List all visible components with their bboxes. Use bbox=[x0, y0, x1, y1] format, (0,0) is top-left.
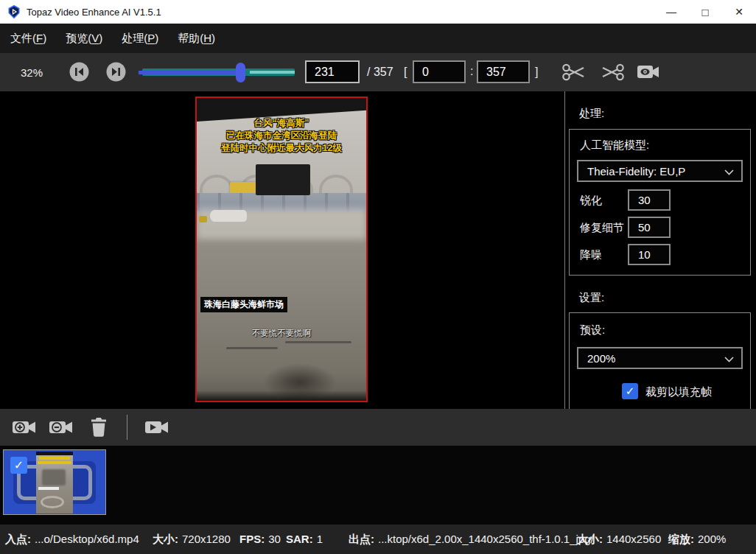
title-bar: Topaz Video Enhance AI V1.5.1 — □ ✕ bbox=[0, 0, 756, 24]
menu-text: 帮助( bbox=[178, 32, 203, 44]
fps-label: FPS: bbox=[239, 533, 265, 545]
output-size-label: 大小: bbox=[577, 533, 603, 545]
app-window: Topaz Video Enhance AI V1.5.1 — □ ✕ 文件(F… bbox=[0, 0, 756, 554]
denoise-input[interactable] bbox=[628, 244, 671, 265]
preview-camera-eye-icon[interactable] bbox=[637, 63, 660, 81]
subtitle-text: 不要慌不要慌啊 bbox=[197, 328, 366, 339]
film-perforation bbox=[22, 480, 27, 485]
video-thumbnail-tile[interactable]: ✓ bbox=[3, 449, 106, 515]
close-button[interactable]: ✕ bbox=[722, 0, 756, 24]
denoise-label: 降噪 bbox=[580, 248, 602, 262]
submerged-car bbox=[210, 210, 247, 222]
overlay-line: 已在珠海市金湾区沿海登陆 bbox=[197, 130, 366, 142]
menu-item-help[interactable]: 帮助(H) bbox=[178, 32, 215, 46]
menu-item-file[interactable]: 文件(F) bbox=[10, 32, 46, 46]
crop-checkbox-label: 裁剪以填充帧 bbox=[645, 385, 712, 399]
trim-start-scissors-icon[interactable] bbox=[561, 63, 588, 82]
slider-handle[interactable] bbox=[236, 63, 245, 83]
input-size-value: 720x1280 bbox=[182, 533, 231, 545]
window-controls: — □ ✕ bbox=[654, 0, 756, 24]
mini-caption-line bbox=[38, 461, 71, 464]
main-area: 台风“海高斯” 已在珠海市金湾区沿海登陆 登陆时中心附近最大风力12级 珠海白藤… bbox=[0, 91, 756, 409]
preset-group: 预设: 200% ✓ 裁剪以填充帧 bbox=[569, 312, 751, 410]
fps: FPS:30 bbox=[239, 525, 281, 554]
add-video-button[interactable] bbox=[12, 418, 37, 436]
thumbnail-checkbox[interactable]: ✓ bbox=[10, 457, 27, 474]
sar-value: 1 bbox=[317, 533, 323, 545]
thumbnail-image bbox=[36, 452, 73, 513]
input-size-label: 大小: bbox=[153, 533, 178, 545]
delete-clip-button[interactable] bbox=[89, 417, 108, 438]
menu-text: ) bbox=[43, 32, 46, 44]
menu-item-preview[interactable]: 预览(V) bbox=[66, 32, 102, 46]
minimize-button[interactable]: — bbox=[654, 0, 688, 24]
output-path-value: ...ktop/x6d_2.00x_1440x2560_thf-1.0.1_jp… bbox=[378, 533, 594, 545]
status-bar: 入点:...o/Desktop/x6d.mp4 大小:720x1280 FPS:… bbox=[0, 525, 756, 554]
bridge-arch bbox=[319, 175, 353, 193]
trim-end-scissors-icon[interactable] bbox=[598, 63, 625, 82]
ai-model-label: 人工智能模型: bbox=[580, 138, 649, 152]
app-logo-icon bbox=[7, 5, 21, 18]
water-ripple bbox=[285, 341, 351, 343]
menu-mnemonic: P bbox=[147, 32, 155, 44]
range-end-input[interactable] bbox=[477, 60, 530, 83]
mini-caption-line bbox=[39, 457, 70, 460]
menu-mnemonic: F bbox=[36, 32, 43, 44]
scale-value: 200% bbox=[698, 533, 726, 545]
skip-to-end-button[interactable] bbox=[106, 62, 126, 82]
hanging-object bbox=[256, 164, 310, 195]
timeline-slider[interactable] bbox=[142, 68, 295, 77]
zoom-level-label: 32% bbox=[21, 66, 43, 79]
water-ripple bbox=[226, 347, 278, 349]
preset-label: 预设: bbox=[580, 323, 605, 337]
film-perforation bbox=[22, 489, 27, 494]
playback-toolbar: 32% / 357 [ : ] bbox=[0, 53, 756, 91]
skip-to-start-button[interactable] bbox=[69, 62, 89, 82]
mini-canopy bbox=[36, 452, 73, 455]
slider-remaining bbox=[250, 71, 295, 74]
settings-heading: 设置: bbox=[579, 291, 604, 305]
film-perforation bbox=[83, 480, 87, 485]
menu-mnemonic: H bbox=[203, 32, 211, 44]
menu-text: 预览( bbox=[66, 32, 91, 44]
menu-text: 文件( bbox=[10, 32, 36, 44]
clip-toolbar bbox=[0, 409, 756, 446]
crop-checkbox[interactable]: ✓ bbox=[622, 383, 638, 399]
ai-model-group: 人工智能模型: Theia-Fidelity: EU,P 锐化 修复细节 降噪 bbox=[569, 129, 751, 276]
range-start-input[interactable] bbox=[413, 60, 466, 83]
preset-dropdown[interactable]: 200% bbox=[577, 347, 743, 369]
restore-detail-input[interactable] bbox=[628, 217, 671, 238]
sharpen-label: 锐化 bbox=[580, 194, 602, 208]
film-perforation bbox=[83, 471, 87, 476]
scale-label: 缩放: bbox=[668, 533, 694, 545]
sharpen-input[interactable] bbox=[628, 189, 671, 211]
location-label: 珠海白藤头海鲜市场 bbox=[200, 297, 287, 312]
video-preview: 台风“海高斯” 已在珠海市金湾区沿海登陆 登陆时中心附近最大风力12级 珠海白藤… bbox=[195, 97, 368, 402]
range-close-bracket: ] bbox=[535, 66, 538, 79]
mini-pipe-coil bbox=[41, 496, 64, 508]
sar-label: SAR: bbox=[286, 533, 313, 545]
yellow-debris bbox=[199, 216, 207, 222]
preset-value: 200% bbox=[587, 352, 615, 365]
current-frame-input[interactable] bbox=[305, 60, 360, 83]
menu-text: 处理( bbox=[122, 32, 147, 44]
menu-item-process[interactable]: 处理(P) bbox=[122, 32, 158, 46]
input-path-label: 入点: bbox=[5, 533, 31, 545]
settings-panel: 处理: 人工智能模型: Theia-Fidelity: EU,P 锐化 修复细节… bbox=[565, 91, 756, 409]
input-path: 入点:...o/Desktop/x6d.mp4 bbox=[5, 525, 139, 554]
input-path-value: ...o/Desktop/x6d.mp4 bbox=[35, 533, 139, 545]
fps-value: 30 bbox=[268, 533, 281, 545]
ai-model-dropdown[interactable]: Theia-Fidelity: EU,P bbox=[577, 160, 743, 182]
scale: 缩放:200% bbox=[668, 525, 726, 554]
toolbar-divider bbox=[127, 415, 127, 440]
output-size: 大小:1440x2560 bbox=[577, 525, 661, 554]
mini-label-line bbox=[38, 487, 59, 490]
film-perforation bbox=[83, 489, 87, 494]
overlay-line: 登陆时中心附近最大风力12级 bbox=[197, 142, 366, 155]
maximize-button[interactable]: □ bbox=[688, 0, 722, 24]
chevron-down-icon bbox=[724, 169, 734, 175]
play-clip-button[interactable] bbox=[144, 418, 169, 436]
remove-video-button[interactable] bbox=[49, 418, 74, 436]
frame-total-label: / 357 bbox=[367, 66, 393, 79]
menu-bar: 文件(F) 预览(V) 处理(P) 帮助(H) bbox=[0, 24, 756, 53]
